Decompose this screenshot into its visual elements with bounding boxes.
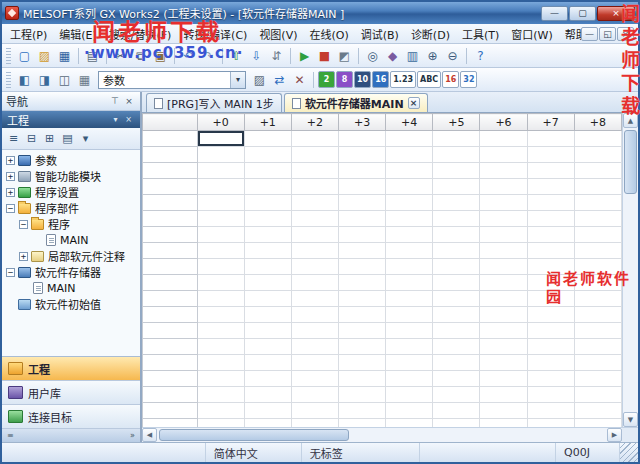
child-minimize-button[interactable]: — xyxy=(581,27,598,41)
grid-cell[interactable] xyxy=(338,307,385,323)
grid-cell[interactable] xyxy=(291,227,338,243)
row-header-cell[interactable] xyxy=(143,195,198,211)
grip-icon[interactable]: ≡ xyxy=(7,431,14,440)
grid-cell[interactable] xyxy=(527,355,574,371)
grid-cell[interactable] xyxy=(197,355,244,371)
grid-cell[interactable] xyxy=(386,211,433,227)
grid-cell[interactable] xyxy=(480,355,527,371)
grid-cell[interactable] xyxy=(338,179,385,195)
sidebar-button-project[interactable]: 工程 xyxy=(2,357,140,381)
copy-icon[interactable]: ⧉ xyxy=(131,46,150,65)
device-fill-icon[interactable]: ▨ xyxy=(250,70,269,89)
grid-cell[interactable] xyxy=(433,131,480,147)
child-restore-button[interactable]: ◱ xyxy=(599,27,616,41)
grid-cell[interactable] xyxy=(527,243,574,259)
grid-cell[interactable] xyxy=(338,419,385,428)
docking-layout-icon[interactable]: ▦ xyxy=(75,70,94,89)
grid-cell[interactable] xyxy=(338,131,385,147)
grid-cell[interactable] xyxy=(386,243,433,259)
grid-cell[interactable] xyxy=(574,371,621,387)
tree-view-icon[interactable]: ≡ xyxy=(5,130,22,147)
grid-cell[interactable] xyxy=(480,147,527,163)
print-icon[interactable]: ▤ xyxy=(83,46,102,65)
expand-toggle-icon[interactable]: + xyxy=(6,188,15,197)
chevron-down-icon[interactable]: ▾ xyxy=(230,72,245,88)
sidebar-button-connection[interactable]: 连接目标 xyxy=(2,405,140,429)
hex-format-icon[interactable]: 16 xyxy=(372,71,389,88)
column-header-0[interactable]: +0 xyxy=(197,114,244,131)
grid-cell[interactable] xyxy=(197,275,244,291)
navigation-window-icon[interactable]: ◧ xyxy=(15,70,34,89)
grid-cell[interactable] xyxy=(197,211,244,227)
grid-cell[interactable] xyxy=(244,339,291,355)
grid-cell[interactable] xyxy=(386,387,433,403)
close-tab-icon[interactable]: × xyxy=(408,97,420,109)
undo-icon[interactable]: ↶ xyxy=(179,46,198,65)
grid-cell[interactable] xyxy=(244,323,291,339)
grid-cell[interactable] xyxy=(480,307,527,323)
grid-cell[interactable] xyxy=(291,387,338,403)
grid-cell[interactable] xyxy=(386,259,433,275)
open-project-icon[interactable]: ▨ xyxy=(35,46,54,65)
grid-cell[interactable] xyxy=(433,259,480,275)
device-combo[interactable]: 参数 ▾ xyxy=(98,71,246,89)
grid-cell[interactable] xyxy=(386,179,433,195)
read-from-plc-icon[interactable]: ⇩ xyxy=(247,46,266,65)
grid-cell[interactable] xyxy=(197,179,244,195)
row-header-cell[interactable] xyxy=(143,259,198,275)
grid-cell[interactable] xyxy=(386,195,433,211)
grid-cell[interactable] xyxy=(574,339,621,355)
close-button[interactable]: × xyxy=(597,6,635,21)
octal-format-icon[interactable]: 8 xyxy=(336,71,353,88)
pin-icon[interactable]: ⊤ xyxy=(108,95,122,108)
grid-cell[interactable] xyxy=(527,307,574,323)
grid-cell[interactable] xyxy=(291,323,338,339)
grid-cell[interactable] xyxy=(574,419,621,428)
grid-cell[interactable] xyxy=(197,259,244,275)
tab-1[interactable]: 软元件存储器MAIN× xyxy=(284,93,428,112)
grid-cell[interactable] xyxy=(244,371,291,387)
column-header-4[interactable]: +4 xyxy=(386,114,433,131)
sidebar-button-userlib[interactable]: 用户库 xyxy=(2,381,140,405)
tree-item-9[interactable]: 软元件初始值 xyxy=(2,296,140,312)
grid-cell[interactable] xyxy=(338,195,385,211)
grid-cell[interactable] xyxy=(197,163,244,179)
grid-cell[interactable] xyxy=(574,403,621,419)
output-window-icon[interactable]: ◫ xyxy=(55,70,74,89)
grid-cell[interactable] xyxy=(574,323,621,339)
zoom-out-icon[interactable]: ⊖ xyxy=(443,46,462,65)
grid-cell[interactable] xyxy=(197,419,244,428)
row-header-cell[interactable] xyxy=(143,211,198,227)
grid-cell[interactable] xyxy=(433,323,480,339)
section-close-icon[interactable]: × xyxy=(122,114,135,126)
write-to-plc-icon[interactable]: ⇧ xyxy=(227,46,246,65)
column-header-2[interactable]: +2 xyxy=(291,114,338,131)
menu-item-2[interactable]: 搜索/替换(F) xyxy=(103,24,178,44)
grid-cell[interactable] xyxy=(433,291,480,307)
grid-cell[interactable] xyxy=(433,387,480,403)
grid-cell[interactable] xyxy=(527,291,574,307)
grid-cell[interactable] xyxy=(244,291,291,307)
row-header-cell[interactable] xyxy=(143,387,198,403)
grid-cell[interactable] xyxy=(197,131,244,147)
grid-cell[interactable] xyxy=(338,291,385,307)
tree-item-1[interactable]: +智能功能模块 xyxy=(2,168,140,184)
vertical-scroll-track[interactable] xyxy=(623,128,638,412)
grid-cell[interactable] xyxy=(338,339,385,355)
decimal-format-icon[interactable]: 10 xyxy=(354,71,371,88)
close-panel-icon[interactable]: × xyxy=(122,95,136,108)
grid-cell[interactable] xyxy=(244,307,291,323)
grid-cell[interactable] xyxy=(338,259,385,275)
menu-item-3[interactable]: 转换/编译(C) xyxy=(177,24,253,44)
tree-item-0[interactable]: +参数 xyxy=(2,152,140,168)
grid-cell[interactable] xyxy=(480,243,527,259)
grid-cell[interactable] xyxy=(197,243,244,259)
grid-cell[interactable] xyxy=(433,419,480,428)
grid-cell[interactable] xyxy=(480,275,527,291)
grid-cell[interactable] xyxy=(527,179,574,195)
grid-cell[interactable] xyxy=(386,323,433,339)
grid-cell[interactable] xyxy=(386,147,433,163)
grid-cell[interactable] xyxy=(244,419,291,428)
grid-cell[interactable] xyxy=(527,227,574,243)
grid-cell[interactable] xyxy=(433,179,480,195)
